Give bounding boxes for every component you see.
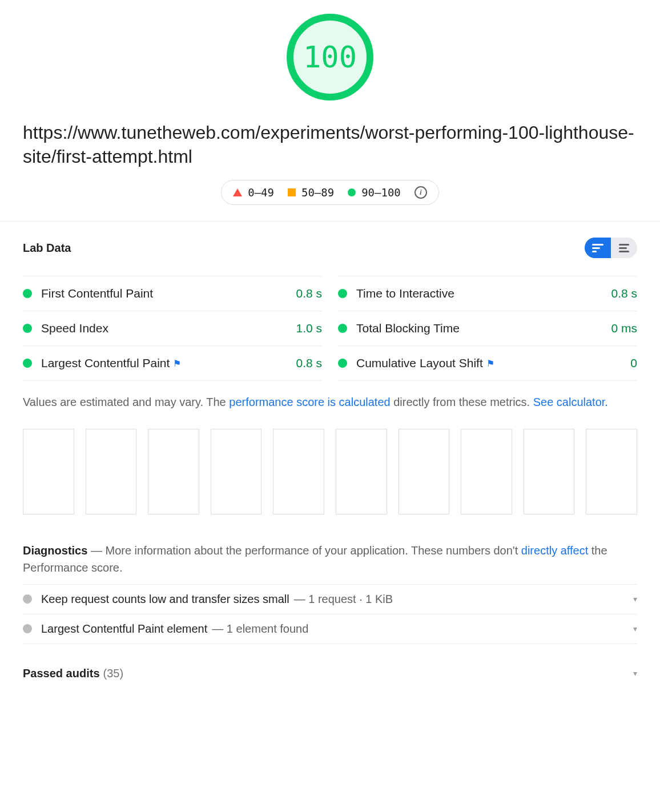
filmstrip-frame[interactable] <box>211 429 262 514</box>
score-legend: 0–49 50–89 90–100 i <box>221 180 439 205</box>
chevron-down-icon: ▾ <box>633 624 637 633</box>
flag-icon: ⚑ <box>486 358 494 369</box>
score-calc-link[interactable]: performance score is calculated <box>229 396 390 408</box>
score-value: 100 <box>303 40 357 74</box>
filmstrip-frame[interactable] <box>461 429 512 514</box>
metric-row[interactable]: Total Blocking Time0 ms <box>338 311 637 346</box>
metric-value: 0.8 s <box>611 287 637 300</box>
disclaimer-prefix: Values are estimated and may vary. The <box>23 396 229 408</box>
diagnostics-sub-prefix: — More information about the performance… <box>87 544 521 557</box>
filmstrip-frame[interactable] <box>23 429 74 514</box>
filmstrip-frame[interactable] <box>148 429 199 514</box>
metric-row[interactable]: Largest Contentful Paint ⚑0.8 s <box>23 345 322 381</box>
bars-icon <box>592 244 603 252</box>
chevron-down-icon: ▾ <box>633 669 637 678</box>
lines-icon <box>619 244 629 252</box>
metric-name: Largest Contentful Paint ⚑ <box>41 356 296 370</box>
filmstrip-frame[interactable] <box>399 429 450 514</box>
metric-value: 1.0 s <box>296 321 322 335</box>
metric-value: 0 <box>630 356 637 370</box>
score-gauge: 100 <box>287 14 373 101</box>
diagnostic-label: Largest Contentful Paint element <box>41 622 207 636</box>
metric-name: First Contentful Paint <box>41 287 296 300</box>
metric-value: 0.8 s <box>296 356 322 370</box>
filmstrip-frame[interactable] <box>524 429 575 514</box>
view-expanded-button[interactable] <box>611 238 637 258</box>
legend-pass: 90–100 <box>348 186 401 199</box>
filmstrip-frame[interactable] <box>336 429 387 514</box>
metric-row[interactable]: First Contentful Paint0.8 s <box>23 276 322 311</box>
metric-name: Total Blocking Time <box>356 321 611 335</box>
metric-name: Time to Interactive <box>356 287 611 300</box>
legend-fail: 0–49 <box>233 186 274 199</box>
square-icon <box>288 188 296 196</box>
diagnostics-heading: Diagnostics — More information about the… <box>23 537 637 584</box>
metric-row[interactable]: Time to Interactive0.8 s <box>338 276 637 311</box>
metric-name: Cumulative Layout Shift ⚑ <box>356 356 630 370</box>
tested-url: https://www.tunetheweb.com/experiments/w… <box>23 121 637 168</box>
pass-dot-icon <box>23 289 32 298</box>
metric-value: 0 ms <box>611 321 637 335</box>
metric-value: 0.8 s <box>296 287 322 300</box>
metric-name: Speed Index <box>41 321 296 335</box>
info-icon[interactable]: i <box>414 186 427 199</box>
filmstrip-frame[interactable] <box>86 429 137 514</box>
pass-dot-icon <box>23 324 32 333</box>
labdata-heading: Lab Data <box>23 242 71 255</box>
legend-average: 50–89 <box>288 186 334 199</box>
info-dot-icon <box>23 594 32 604</box>
filmstrip-frame[interactable] <box>586 429 637 514</box>
triangle-icon <box>233 188 242 196</box>
calculator-link[interactable]: See calculator. <box>533 396 608 408</box>
directly-affect-link[interactable]: directly affect <box>521 544 588 557</box>
metric-row[interactable]: Speed Index1.0 s <box>23 311 322 346</box>
diagnostic-detail: — 1 element found <box>212 622 308 636</box>
legend-avg-label: 50–89 <box>301 186 334 199</box>
pass-dot-icon <box>23 359 32 368</box>
legend-fail-label: 0–49 <box>248 186 274 199</box>
passed-label: Passed audits <box>23 667 100 680</box>
flag-icon: ⚑ <box>173 358 181 369</box>
passed-count: (35) <box>103 667 124 680</box>
view-condensed-button[interactable] <box>585 238 611 258</box>
diagnostic-detail: — 1 request · 1 KiB <box>294 593 393 606</box>
diagnostic-row[interactable]: Keep request counts low and transfer siz… <box>23 584 637 614</box>
pass-dot-icon <box>338 359 347 368</box>
diagnostic-label: Keep request counts low and transfer siz… <box>41 593 289 606</box>
metric-row[interactable]: Cumulative Layout Shift ⚑0 <box>338 345 637 381</box>
circle-icon <box>348 188 356 196</box>
filmstrip <box>23 423 637 537</box>
disclaimer-mid: directly from these metrics. <box>391 396 533 408</box>
pass-dot-icon <box>338 289 347 298</box>
info-dot-icon <box>23 624 32 633</box>
legend-pass-label: 90–100 <box>361 186 401 199</box>
filmstrip-frame[interactable] <box>273 429 324 514</box>
chevron-down-icon: ▾ <box>633 594 637 604</box>
pass-dot-icon <box>338 324 347 333</box>
diagnostic-row[interactable]: Largest Contentful Paint element — 1 ele… <box>23 614 637 644</box>
view-toggle <box>585 238 637 258</box>
diagnostics-title: Diagnostics <box>23 544 87 557</box>
passed-audits-row[interactable]: Passed audits (35) ▾ <box>23 644 637 694</box>
metrics-disclaimer: Values are estimated and may vary. The p… <box>23 381 637 423</box>
